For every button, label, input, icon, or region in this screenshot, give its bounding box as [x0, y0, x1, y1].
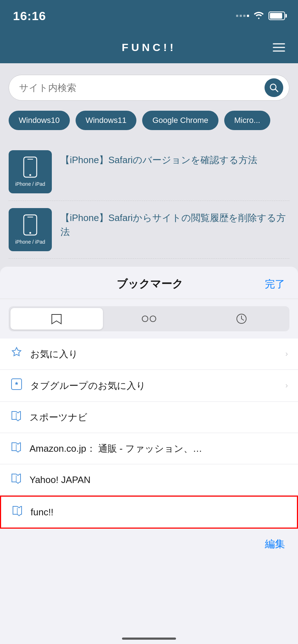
chevron-right-icon-2: › — [285, 381, 288, 390]
svg-point-4 — [30, 174, 31, 176]
article-item-1[interactable]: iPhone / iPad 【iPhone】Safariのバージョンを確認する方… — [9, 143, 289, 201]
list-item-sports-navi[interactable]: スポーツナビ — [0, 402, 298, 433]
battery-icon — [268, 12, 285, 20]
yahoo-label: Yahoo! JAPAN — [30, 474, 288, 486]
search-container — [9, 75, 289, 101]
tab-history[interactable] — [195, 308, 288, 330]
app-header: FUNC!! — [0, 32, 298, 63]
svg-point-8 — [142, 316, 148, 322]
svg-point-9 — [150, 316, 156, 322]
list-item-func[interactable]: func!! — [0, 496, 298, 529]
sheet-footer: 編集 — [0, 529, 298, 560]
star-icon — [10, 346, 23, 362]
bookmark-star-icon — [10, 378, 23, 394]
tag-windows11[interactable]: Windows11 — [76, 111, 137, 130]
signal-icon — [236, 15, 249, 17]
article-item-2[interactable]: iPhone / iPad 【iPhone】Safariからサイトの閲覧履歴を削… — [9, 201, 289, 259]
status-icons — [236, 10, 285, 22]
tab-bookmarks[interactable] — [10, 308, 103, 330]
sheet-done-button[interactable]: 完了 — [265, 277, 285, 291]
list-item-yahoo[interactable]: Yahoo! JAPAN — [0, 464, 298, 496]
app-title: FUNC!! — [122, 41, 176, 54]
sports-navi-label: スポーツナビ — [30, 411, 288, 424]
tab-reading-list[interactable] — [103, 308, 195, 330]
article-title-2: 【iPhone】Safariからサイトの閲覧履歴を削除する方法 — [60, 208, 289, 239]
svg-line-12 — [241, 319, 244, 320]
book-icon-2 — [10, 441, 22, 456]
sheet-title: ブックマーク — [35, 277, 265, 291]
sheet-header: ブックマーク 完了 — [0, 267, 298, 299]
svg-line-1 — [275, 89, 278, 92]
menu-icon[interactable] — [273, 43, 285, 52]
wifi-icon — [253, 10, 264, 22]
thumb-label-1: iPhone / iPad — [15, 181, 45, 187]
sheet-tabs — [9, 306, 289, 331]
tag-google-chrome[interactable]: Google Chrome — [142, 111, 218, 130]
tab-group-favorites-label: タブグループのお気に入り — [30, 380, 278, 392]
tag-micro[interactable]: Micro... — [224, 111, 270, 130]
article-list: iPhone / iPad 【iPhone】Safariのバージョンを確認する方… — [9, 143, 289, 259]
article-thumb-1: iPhone / iPad — [9, 150, 52, 193]
bookmarks-tab-icon — [50, 313, 63, 325]
book-icon-1 — [10, 410, 22, 425]
history-tab-icon — [235, 313, 248, 325]
reading-list-tab-icon — [141, 314, 157, 324]
sheet-list: お気に入り › タブグループのお気に入り › スポーツナビ — [0, 339, 298, 529]
status-bar: 16:16 — [0, 0, 298, 32]
search-button[interactable] — [265, 78, 283, 97]
bottom-sheet: ブックマーク 完了 — [0, 267, 298, 644]
chevron-right-icon: › — [285, 349, 288, 359]
status-time: 16:16 — [13, 9, 46, 23]
thumb-label-2: iPhone / iPad — [15, 239, 45, 245]
article-thumb-2: iPhone / iPad — [9, 208, 52, 251]
search-icon — [269, 83, 279, 92]
main-content: Windows10 Windows11 Google Chrome Micro.… — [0, 63, 298, 259]
svg-point-7 — [30, 232, 31, 234]
phone-icon — [22, 156, 38, 178]
list-item-favorites[interactable]: お気に入り › — [0, 339, 298, 370]
phone-icon-2 — [22, 214, 38, 236]
article-title-1: 【iPhone】Safariのバージョンを確認する方法 — [60, 150, 257, 167]
tags-container: Windows10 Windows11 Google Chrome Micro.… — [9, 111, 289, 130]
func-label: func!! — [31, 507, 287, 518]
book-icon-3 — [10, 472, 22, 487]
favorites-label: お気に入り — [30, 348, 278, 360]
home-indicator — [122, 638, 176, 640]
book-icon-4 — [11, 505, 23, 520]
tag-windows10[interactable]: Windows10 — [9, 111, 70, 130]
edit-button[interactable]: 編集 — [265, 537, 285, 551]
list-item-tab-group-favorites[interactable]: タブグループのお気に入り › — [0, 370, 298, 402]
amazon-label: Amazon.co.jp： 通販 - ファッション、… — [30, 442, 288, 455]
list-item-amazon[interactable]: Amazon.co.jp： 通販 - ファッション、… — [0, 433, 298, 464]
search-input[interactable] — [15, 82, 265, 93]
